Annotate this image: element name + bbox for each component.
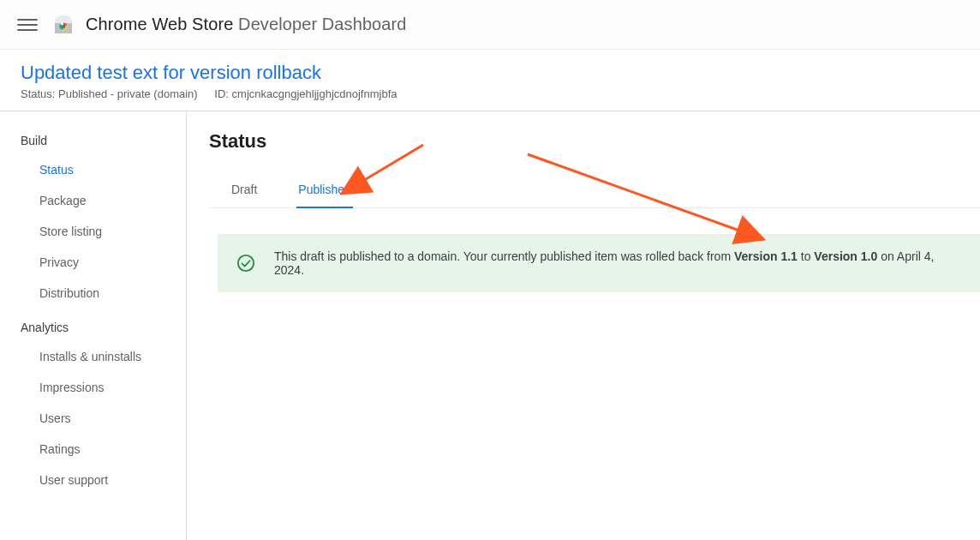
chrome-web-store-logo — [53, 15, 74, 35]
subheader: Updated test ext for version rollback St… — [0, 50, 980, 111]
brand-title: Chrome Web Store Developer Dashboard — [86, 15, 407, 34]
section-analytics-label: Analytics — [0, 314, 186, 341]
menu-icon[interactable] — [17, 15, 38, 35]
tab-draft[interactable]: Draft — [230, 174, 259, 208]
sidebar: Build Status Package Store listing Priva… — [0, 111, 187, 540]
main: Status Draft Published This draft is pub… — [187, 111, 980, 540]
banner-to-version: Version 1.0 — [814, 249, 877, 263]
brand-section: Developer Dashboard — [238, 15, 406, 33]
sidebar-item-store-listing[interactable]: Store listing — [0, 216, 186, 247]
brand-product: Chrome Web Store — [86, 15, 233, 33]
sidebar-item-installs[interactable]: Installs & uninstalls — [0, 341, 186, 372]
section-build-label: Build — [0, 127, 186, 154]
id-value: cmjcnkacgngjehljjghjcdnojfnmjbfa — [232, 87, 397, 100]
item-title[interactable]: Updated test ext for version rollback — [21, 62, 959, 84]
sidebar-item-ratings[interactable]: Ratings — [0, 434, 186, 465]
banner-mid: to — [798, 249, 814, 263]
svg-point-3 — [238, 255, 254, 271]
sidebar-item-privacy[interactable]: Privacy — [0, 247, 186, 278]
tab-published[interactable]: Published — [296, 174, 353, 208]
banner-text: This draft is published to a domain. You… — [274, 249, 961, 277]
svg-point-2 — [62, 25, 65, 28]
id-prefix: ID: — [214, 87, 229, 100]
sidebar-item-status[interactable]: Status — [0, 154, 186, 185]
status-prefix: Status: — [21, 87, 55, 100]
sidebar-item-impressions[interactable]: Impressions — [0, 372, 186, 403]
status-banner: This draft is published to a domain. You… — [218, 234, 980, 292]
banner-pre: This draft is published to a domain. You… — [274, 249, 734, 263]
sidebar-item-user-support[interactable]: User support — [0, 465, 186, 495]
status-value: Published - private (domain) — [58, 87, 198, 100]
check-circle-icon — [236, 254, 255, 273]
item-meta: Status: Published - private (domain) ID:… — [21, 87, 959, 100]
banner-from-version: Version 1.1 — [734, 249, 798, 263]
topbar: Chrome Web Store Developer Dashboard — [0, 0, 980, 50]
sidebar-item-distribution[interactable]: Distribution — [0, 278, 186, 309]
sidebar-item-package[interactable]: Package — [0, 185, 186, 216]
tabs: Draft Published — [209, 173, 980, 208]
sidebar-item-users[interactable]: Users — [0, 403, 186, 434]
content: Build Status Package Store listing Priva… — [0, 111, 980, 540]
page-title: Status — [209, 130, 980, 153]
